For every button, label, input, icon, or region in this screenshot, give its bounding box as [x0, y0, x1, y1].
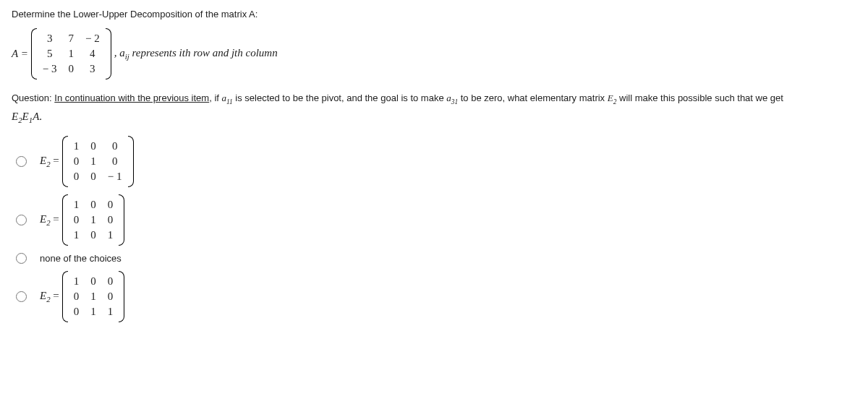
- matrix-a-lhs: A =: [12, 48, 28, 60]
- cell: 0: [102, 212, 119, 228]
- q-a31: a31: [446, 92, 458, 103]
- cell: 0: [85, 228, 102, 243]
- cell: 1: [68, 197, 85, 212]
- cell: 0: [85, 274, 102, 289]
- opt-E: E: [40, 290, 46, 301]
- radio-icon[interactable]: [16, 215, 27, 225]
- opt-eq: =: [51, 155, 59, 166]
- option-2-matrix: 100 010 101: [62, 194, 125, 246]
- cell: 0: [68, 212, 85, 228]
- cell: 0: [102, 274, 119, 289]
- q-e2: E2: [608, 92, 617, 103]
- opt-E: E: [40, 213, 46, 225]
- q-p4: is selected to be the pivot, and the goa…: [233, 92, 447, 103]
- cell: 0: [68, 304, 85, 319]
- option-1-content: E2 = 100 010 00− 1: [40, 136, 137, 187]
- option-2[interactable]: E2 = 100 010 101: [16, 194, 856, 246]
- cell: 3: [37, 31, 63, 46]
- cell: − 3: [37, 61, 63, 77]
- cell: 1: [68, 139, 85, 154]
- cell: 7: [62, 31, 80, 46]
- cell: 0: [85, 169, 102, 184]
- sub-11: 11: [226, 98, 233, 106]
- option-4[interactable]: E2 = 100 010 011: [16, 271, 856, 322]
- opt-eq: =: [51, 290, 59, 301]
- cell: 0: [102, 139, 128, 154]
- option-4-content: E2 = 100 010 011: [40, 271, 127, 322]
- sub-31: 31: [451, 98, 458, 106]
- cell: 0: [62, 61, 80, 77]
- cell: 3: [80, 61, 106, 77]
- cell: 1: [62, 46, 80, 61]
- cell: 1: [85, 212, 102, 228]
- opt-eq: =: [51, 213, 59, 225]
- cell: 0: [102, 289, 119, 304]
- cell: 1: [68, 274, 85, 289]
- cell: 0: [102, 197, 119, 212]
- option-4-matrix: 100 010 011: [62, 271, 125, 322]
- option-3[interactable]: none of the choices: [16, 253, 856, 264]
- cell: 1: [102, 228, 119, 243]
- q-p6: will make this possible such that we get: [616, 92, 783, 103]
- cell: 1: [102, 304, 119, 319]
- cell: 0: [85, 139, 102, 154]
- q-p5: to be zero, what elementary matrix: [458, 92, 608, 103]
- cell: 1: [85, 289, 102, 304]
- option-1[interactable]: E2 = 100 010 00− 1: [16, 136, 856, 187]
- cell: 0: [68, 289, 85, 304]
- dot: .: [39, 111, 42, 122]
- q-a11: a11: [222, 92, 233, 103]
- cell: 1: [85, 304, 102, 319]
- question-text: Question: In continuation with the previ…: [12, 90, 856, 108]
- q-p3: , if: [209, 92, 221, 103]
- cell: 1: [68, 228, 85, 243]
- cell: 0: [102, 154, 128, 169]
- opt-E: E: [40, 155, 46, 166]
- cell: − 1: [102, 169, 128, 184]
- q-p1: Question:: [12, 92, 54, 103]
- matrix-a-note: , aij represents ith row and jth column: [114, 47, 278, 61]
- prompt-text: Determine the Lower-Upper Decomposition …: [12, 9, 856, 20]
- var-e1: E: [22, 111, 29, 122]
- matrix-a: 37− 2 514 − 303: [31, 28, 111, 79]
- var-e2: E: [12, 111, 18, 122]
- cell: 0: [85, 197, 102, 212]
- cell: 5: [37, 46, 63, 61]
- option-3-text: none of the choices: [40, 253, 122, 264]
- cell: 1: [85, 154, 102, 169]
- var-a: A: [33, 111, 39, 122]
- result-expression: E2E1A.: [12, 111, 856, 124]
- q-underline: In continuation with the previous item: [54, 92, 209, 103]
- option-1-matrix: 100 010 00− 1: [62, 136, 134, 187]
- cell: − 2: [80, 31, 106, 46]
- note-var: a: [119, 47, 125, 59]
- matrix-a-definition: A = 37− 2 514 − 303 , aij represents ith…: [12, 28, 856, 79]
- var-e: E: [608, 92, 613, 103]
- cell: 0: [68, 154, 85, 169]
- cell: 4: [80, 46, 106, 61]
- cell: 0: [68, 169, 85, 184]
- radio-icon[interactable]: [16, 156, 27, 167]
- radio-icon[interactable]: [16, 253, 27, 264]
- note-text: represents ith row and jth column: [129, 47, 278, 59]
- radio-icon[interactable]: [16, 291, 27, 302]
- option-2-content: E2 = 100 010 101: [40, 194, 127, 246]
